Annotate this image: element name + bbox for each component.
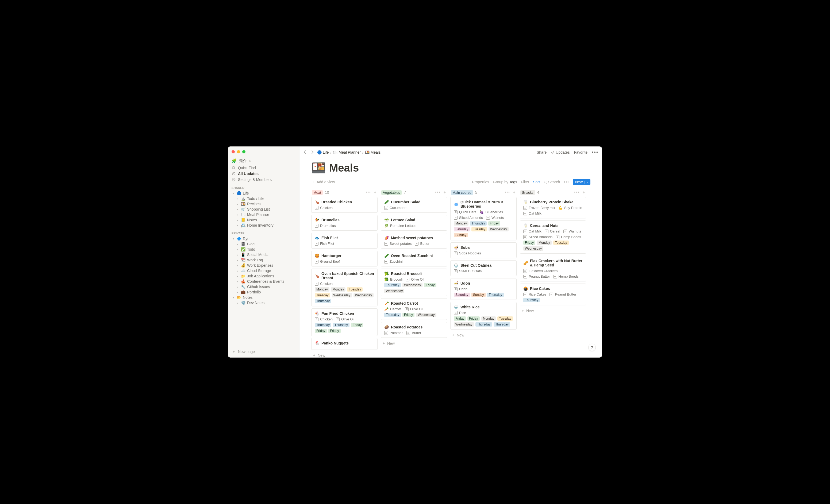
card-day-tags: FridayMondayTuesdayWednesday (523, 240, 583, 251)
sidebar-item[interactable]: ▸ ⛰️ Todo / Life (228, 196, 299, 201)
breadcrumb-item[interactable]: 🍱Meals (365, 150, 381, 155)
window-maximize[interactable] (242, 150, 246, 154)
sidebar-item[interactable]: ▸ 🍱 Recipes (228, 201, 299, 207)
board-card[interactable]: 🍠Mashed sweet potatoesSweet potatesButte… (381, 233, 447, 248)
sidebar-item[interactable]: ▸ 📒 Notes (228, 217, 299, 223)
sidebar-item[interactable]: ▸ 🍽️ Meal Planner (228, 212, 299, 217)
workspace-switcher[interactable]: 🧩 亮介 ⇅ (228, 157, 299, 165)
column-more-icon[interactable]: ••• (365, 190, 371, 195)
page-icon: ☁️ (241, 269, 246, 273)
settings-label: Settings & Members (238, 177, 272, 182)
board-card[interactable]: 🍗Breaded ChickenChicken (311, 197, 378, 213)
board-card[interactable]: 🥛Blueberry Protein ShakeFrozen Berry mix… (520, 197, 586, 218)
sidebar-item[interactable]: ▸ 📇 Home Inventory (228, 223, 299, 228)
board-card[interactable]: 🥜Flax Crackers with Nut Butter & Hemp Se… (520, 256, 586, 281)
view-more-icon[interactable]: ••• (564, 180, 569, 184)
sidebar-item[interactable]: ▸ 🎪 Conferences & Events (228, 279, 299, 284)
board-card[interactable]: 🍚Steel Cut OatmealSteel Cut Oats (450, 260, 517, 276)
sidebar-item-ryo[interactable]: ▾ 🔷 Ryo (228, 236, 299, 241)
board-card[interactable]: 🍘Rice CakesRice CakesPeanut ButterThursd… (520, 283, 586, 305)
help-button[interactable]: ? (588, 344, 596, 351)
window-minimize[interactable] (237, 150, 240, 154)
page-icon (405, 307, 409, 311)
card-emoji: 🍜 (454, 245, 458, 249)
board-card[interactable]: 🥛Cereal and NutsOat MilkCerealWalnutsSli… (520, 221, 586, 254)
sidebar-item[interactable]: ▸ 📓 Blog (228, 241, 299, 247)
column-add-icon[interactable]: ＋ (582, 190, 585, 195)
new-card-button[interactable]: ＋New (311, 352, 378, 358)
triangle-right-icon: ▸ (236, 213, 239, 216)
day-tag: Wednesday (353, 293, 374, 297)
sidebar-item[interactable]: ▸ ⚙️ Dev Notes (228, 300, 299, 305)
column-tag[interactable]: Snacks (520, 190, 535, 195)
property-icon: 🥬 (384, 224, 388, 228)
favorite-button[interactable]: Favorite (574, 150, 588, 155)
sidebar-item[interactable]: ▸ 📁 Job Applications (228, 273, 299, 279)
sidebar-item[interactable]: ▸ ✅ Todo (228, 247, 299, 252)
board-card[interactable]: 🍜SobaSoba Noodles (450, 242, 517, 258)
sidebar-item[interactable]: ▸ 💰 Work Expenses (228, 263, 299, 268)
board-card[interactable]: 🥒Cucumber SaladCucumbers (381, 197, 447, 213)
column-tag[interactable]: Meat (312, 190, 323, 195)
new-card-button[interactable]: ＋New (381, 340, 447, 347)
quick-find-label: Quick Find (238, 166, 256, 170)
sidebar-item[interactable]: ▸ 🔧 Github Issues (228, 284, 299, 290)
column-add-icon[interactable]: ＋ (373, 190, 377, 195)
board-card[interactable]: 🥦Roasted Broccoli🥦BroccoliOlive OilThurs… (381, 269, 447, 296)
updates-button[interactable]: Updates (551, 150, 570, 155)
board-card[interactable]: 🐔Pan Fried ChickenChickenOlive OilThursd… (311, 308, 378, 336)
nav-back[interactable] (303, 150, 308, 155)
settings-members[interactable]: Settings & Members (228, 177, 299, 182)
sidebar-item[interactable]: ▸ ☁️ Cloud Storage (228, 268, 299, 273)
column-more-icon[interactable]: ••• (505, 190, 510, 195)
board-card[interactable]: 🥒Oven-Roasted ZucchiniZucchini (381, 251, 447, 266)
board-card[interactable]: 🐟Fish FiletFish Filet (311, 233, 378, 248)
column-add-icon[interactable]: ＋ (443, 190, 447, 195)
sidebar-item-life[interactable]: ▾ 🔵 Life (228, 191, 299, 196)
page-title[interactable]: Meals (329, 162, 359, 174)
search-button[interactable]: Search (544, 180, 560, 184)
board-card[interactable]: 🥣Quick Oatmeal & Nuts & BlueberriesQuick… (450, 197, 517, 240)
column-tag[interactable]: Main course (451, 190, 473, 195)
new-card-button[interactable]: ＋New (520, 307, 586, 314)
board-card[interactable]: 🥕Roasted Carrot🥕CarrotsOlive OilThursday… (381, 298, 447, 320)
board-card[interactable]: 🐔Panko Nuggets (311, 338, 378, 350)
column-more-icon[interactable]: ••• (574, 190, 580, 195)
board-card[interactable]: 🍚White RiceRiceFridayFridayMondayTuesday… (450, 302, 517, 330)
more-icon[interactable]: ••• (592, 149, 599, 155)
search-icon (231, 166, 236, 170)
sidebar-item-notes[interactable]: ▾ 📂 Notes (228, 295, 299, 300)
triangle-right-icon: ▸ (236, 219, 239, 222)
board-card[interactable]: 🥔Roasted PotatoesPotatoesButter (381, 322, 447, 338)
window-close[interactable] (231, 150, 235, 154)
board-card[interactable]: 🍗Oven-baked Spanish Chicken BreastChicke… (311, 269, 378, 306)
filter-button[interactable]: Filter (521, 180, 529, 184)
sidebar-item[interactable]: ▸ 💼 Portfolio (228, 290, 299, 295)
board-card[interactable]: 🍔HamburgerGround Beef (311, 251, 378, 266)
board-card[interactable]: 🐓DrumellasDrumellas (311, 215, 378, 231)
breadcrumb-item[interactable]: 🔵Life (317, 150, 329, 155)
day-tag: Wednesday (523, 246, 543, 251)
nav-forward[interactable] (310, 150, 315, 155)
new-card-button[interactable]: ＋New (450, 332, 517, 339)
properties-button[interactable]: Properties (472, 180, 489, 184)
chevron-down-icon[interactable]: ⌄ (584, 181, 588, 183)
column-tag[interactable]: Vegetables (381, 190, 402, 195)
add-view-button[interactable]: ＋ Add a view (311, 179, 335, 184)
all-updates[interactable]: All Updates (228, 171, 299, 177)
sidebar-item[interactable]: ▸ 📆 Work Log (228, 257, 299, 263)
column-add-icon[interactable]: ＋ (512, 190, 516, 195)
share-button[interactable]: Share (537, 150, 547, 155)
column-more-icon[interactable]: ••• (435, 190, 441, 195)
sidebar-item[interactable]: ▸ 📱 Social Media (228, 252, 299, 257)
board-card[interactable]: 🍜UdonUdonSaturdaySundayThursday (450, 278, 517, 300)
groupby-button[interactable]: Group by Tags (493, 180, 517, 184)
page-emoji[interactable]: 🍱 (311, 161, 326, 175)
board-card[interactable]: 🥗Lettuce Salad🥬Romaine Lettuce (381, 215, 447, 231)
breadcrumb-item[interactable]: 🍽️Meal Planner (333, 150, 361, 155)
new-page-button[interactable]: ＋ New page (228, 348, 299, 356)
new-button[interactable]: New ⌄ (573, 179, 590, 185)
sidebar-item[interactable]: ▸ 🛒 Shopping List (228, 207, 299, 212)
sort-button[interactable]: Sort (533, 180, 540, 184)
quick-find[interactable]: Quick Find (228, 165, 299, 171)
